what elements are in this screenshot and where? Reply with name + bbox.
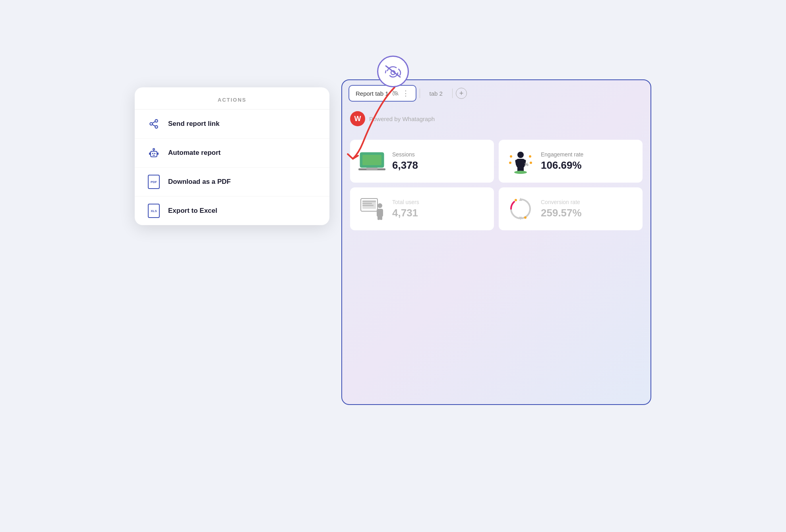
svg-rect-38	[153, 155, 155, 156]
robot-icon	[147, 146, 160, 159]
stat-card-total-users: Total users 4,731	[350, 187, 494, 230]
svg-point-15	[530, 162, 532, 164]
svg-rect-21	[362, 205, 374, 206]
tab-label: Report tab 1	[356, 90, 389, 97]
svg-rect-36	[152, 153, 153, 154]
tab-divider	[420, 89, 420, 98]
svg-rect-42	[157, 152, 159, 155]
tab-divider-2	[452, 89, 453, 98]
send-report-link-item[interactable]: Send report link	[135, 110, 329, 139]
engagement-value: 106.69%	[541, 159, 635, 172]
stat-card-conversion: Conversion rate 259.57%	[499, 187, 643, 230]
tab-2-label: tab 2	[430, 90, 443, 97]
svg-rect-20	[362, 203, 372, 204]
download-pdf-label: Download as a PDF	[168, 178, 231, 186]
whatagraph-logo: W	[350, 111, 365, 126]
svg-point-32	[155, 125, 158, 128]
sessions-info: Sessions 6,378	[392, 151, 486, 172]
total-users-label: Total users	[392, 199, 486, 205]
svg-rect-41	[149, 152, 150, 155]
total-users-value: 4,731	[392, 207, 486, 219]
svg-line-33	[152, 125, 155, 126]
sessions-value: 6,378	[392, 159, 486, 172]
export-excel-item[interactable]: XLS Export to Excel	[135, 197, 329, 225]
svg-rect-35	[151, 151, 157, 157]
svg-point-5	[517, 152, 524, 158]
engagement-icon: %	[507, 149, 534, 173]
conversion-label: Conversion rate	[541, 199, 635, 205]
tab-report-tab-1[interactable]: Report tab 1 ⋮	[348, 85, 416, 102]
svg-text:%: %	[525, 162, 529, 167]
svg-point-14	[509, 162, 511, 164]
automate-report-label: Automate report	[168, 149, 221, 157]
svg-rect-37	[154, 153, 155, 154]
actions-panel: ACTIONS Send report link	[135, 87, 329, 225]
sessions-icon	[358, 149, 386, 173]
send-report-link-label: Send report link	[168, 120, 219, 128]
svg-rect-2	[362, 155, 381, 165]
conversion-icon	[507, 197, 534, 221]
powered-by-text: Powered by Whatagraph	[369, 116, 435, 122]
export-excel-label: Export to Excel	[168, 207, 217, 215]
powered-by-section: W Powered by Whatagraph	[342, 106, 650, 131]
stats-grid: Sessions 6,378	[342, 135, 650, 235]
svg-point-30	[155, 120, 158, 122]
svg-rect-4	[366, 168, 378, 170]
hide-tab-icon-circle[interactable]	[377, 56, 409, 87]
svg-rect-23	[377, 209, 383, 217]
svg-point-13	[529, 155, 531, 158]
tab-report-tab-2[interactable]: tab 2	[423, 87, 449, 100]
total-users-info: Total users 4,731	[392, 199, 486, 219]
total-users-icon	[358, 197, 386, 221]
svg-point-29	[524, 216, 527, 219]
automate-report-item[interactable]: Automate report	[135, 139, 329, 168]
tab-more-options[interactable]: ⋮	[402, 89, 409, 98]
engagement-info: Engagement rate 106.69%	[541, 151, 635, 172]
add-tab-button[interactable]: +	[456, 88, 467, 99]
svg-point-40	[153, 148, 155, 150]
svg-point-28	[515, 199, 517, 201]
svg-point-12	[510, 155, 512, 158]
svg-rect-24	[378, 216, 380, 220]
xls-icon: XLS	[147, 204, 160, 217]
tab-eye-slash-icon[interactable]	[392, 90, 399, 97]
svg-point-22	[378, 203, 382, 208]
engagement-label: Engagement rate	[541, 151, 635, 158]
share-icon	[147, 118, 160, 130]
download-pdf-item[interactable]: PDF Download as a PDF	[135, 168, 329, 197]
report-panel: Report tab 1 ⋮ tab 2 + W Powered by What…	[341, 79, 651, 405]
pdf-icon: PDF	[147, 175, 160, 188]
conversion-value: 259.57%	[541, 207, 635, 219]
actions-header: ACTIONS	[135, 87, 329, 110]
svg-line-34	[152, 121, 155, 123]
stat-card-engagement: % Engagement rate 106.69%	[499, 140, 643, 183]
svg-point-11	[514, 171, 527, 174]
svg-rect-25	[380, 216, 382, 220]
sessions-label: Sessions	[392, 151, 486, 158]
svg-rect-19	[362, 201, 376, 202]
conversion-info: Conversion rate 259.57%	[541, 199, 635, 219]
svg-point-31	[150, 123, 153, 125]
stat-card-sessions: Sessions 6,378	[350, 140, 494, 183]
